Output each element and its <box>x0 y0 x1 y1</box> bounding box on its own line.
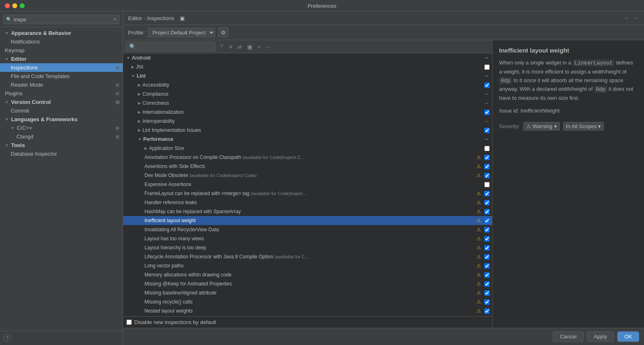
profile-gear-button[interactable]: ⚙ <box>218 28 228 37</box>
sidebar-item-label: Notifications <box>11 39 40 45</box>
sidebar-item-label: C/C++ <box>17 125 32 131</box>
sidebar-item-version-control[interactable]: ▼ Version Control ▣ <box>0 98 123 106</box>
settings-icon: ▣ <box>115 65 119 70</box>
inspection-checkbox[interactable] <box>484 155 490 160</box>
maximize-button[interactable] <box>20 3 25 8</box>
list-item[interactable]: ▼ Performance − <box>123 135 492 144</box>
list-item[interactable]: Inefficient layout weight ⚠ <box>123 216 492 225</box>
sidebar-item-appearance[interactable]: ▼ Appearance & Behavior <box>0 29 123 37</box>
search-wrap[interactable]: 🔍 ✕ <box>3 15 119 24</box>
inspection-checkbox[interactable] <box>484 272 490 278</box>
list-item[interactable]: Dev Mode Obsolete (available for Code|In… <box>123 171 492 180</box>
sidebar-item-cpp[interactable]: ▼ C/C++ ▣ <box>0 124 123 132</box>
list-item[interactable]: Annotation Processor on Compile Classpat… <box>123 153 492 162</box>
list-item[interactable]: ▶ JNI <box>123 62 492 71</box>
list-item[interactable]: Handler reference leaks ⚠ <box>123 198 492 207</box>
inspection-checkbox[interactable] <box>484 110 490 115</box>
list-item[interactable]: Missing @Keep for Animated Properties ⚠ <box>123 279 492 288</box>
inspection-checkbox[interactable] <box>484 164 490 169</box>
inspection-checkbox[interactable] <box>484 254 490 260</box>
add-button[interactable]: + <box>256 43 262 51</box>
sidebar-item-tools[interactable]: ▼ Tools <box>0 141 123 150</box>
expand-collapse-button[interactable]: ⇄ <box>236 43 244 51</box>
list-item[interactable]: ▶ Lint Implementation Issues <box>123 126 492 135</box>
sidebar-item-clangd[interactable]: Clangd ▣ <box>0 132 123 141</box>
breadcrumb-settings-icon[interactable]: ▣ <box>180 15 185 21</box>
sort-button[interactable]: ≡ <box>227 43 234 51</box>
sidebar-item-notifications[interactable]: Notifications <box>0 37 123 46</box>
sidebar-item-languages[interactable]: ▼ Languages & Frameworks <box>0 115 123 124</box>
severity-select[interactable]: ⚠ Warning ▾ <box>523 122 560 131</box>
group-button[interactable]: ▣ <box>245 43 254 51</box>
inspection-checkbox[interactable] <box>484 227 490 232</box>
list-item[interactable]: Lifecycle Annotation Processor with Java… <box>123 252 492 261</box>
inspection-checkbox[interactable] <box>484 209 490 214</box>
list-item[interactable]: ▶ Correctness − <box>123 99 492 108</box>
nav-forward-button[interactable]: → <box>633 15 639 21</box>
profile-select[interactable]: Project Default Project Default <box>148 28 215 37</box>
sidebar-item-label: Inspections <box>11 64 38 71</box>
list-item[interactable]: Memory allocations within drawing code ⚠ <box>123 270 492 279</box>
inspection-checkbox[interactable] <box>484 299 490 305</box>
inspection-checkbox[interactable] <box>484 308 490 314</box>
list-item[interactable]: ▶ Interoperability − <box>123 117 492 126</box>
filter-button[interactable]: ⊤ <box>218 43 226 51</box>
list-item[interactable]: ▼ Android − <box>123 53 492 62</box>
sidebar-item-commit[interactable]: Commit <box>0 106 123 115</box>
sidebar-item-keymap[interactable]: Keymap <box>0 46 123 55</box>
inspection-checkbox[interactable] <box>484 281 490 287</box>
inspection-checkbox[interactable] <box>484 236 490 242</box>
minimize-button[interactable] <box>12 3 17 8</box>
sidebar-item-reader-mode[interactable]: Reader Mode ▣ <box>0 80 123 89</box>
inspections-search-input[interactable] <box>126 42 216 51</box>
breadcrumb-editor: Editor <box>128 15 142 21</box>
inspection-checkbox[interactable] <box>484 191 490 196</box>
sidebar-item-inspections[interactable]: Inspections ▣ <box>0 63 123 72</box>
list-item[interactable]: Invalidating All RecyclerView Data ⚠ <box>123 225 492 234</box>
sidebar-item-file-code-templates[interactable]: File and Code Templates <box>0 72 123 80</box>
clear-search-icon[interactable]: ✕ <box>113 17 117 22</box>
search-input[interactable] <box>14 16 111 23</box>
nav-back-button[interactable]: ← <box>624 15 630 21</box>
cancel-button[interactable]: Cancel <box>553 331 583 342</box>
sidebar-item-database-inspector[interactable]: Database Inspector <box>0 150 123 158</box>
scope-select[interactable]: In All Scopes ▾ <box>563 122 604 131</box>
inspection-checkbox[interactable] <box>484 200 490 205</box>
list-item[interactable]: HashMap can be replaced with SparseArray… <box>123 207 492 216</box>
list-item[interactable]: Nested layout weights ⚠ <box>123 306 492 315</box>
severity-value: Warning <box>533 123 552 129</box>
list-item[interactable]: FrameLayout can be replaced with <merge>… <box>123 189 492 198</box>
list-item[interactable]: Assertions with Side Effects ⚠ <box>123 162 492 171</box>
inspection-checkbox[interactable] <box>484 263 490 269</box>
list-item[interactable]: ▶ Accessibility <box>123 80 492 90</box>
close-button[interactable] <box>5 3 10 8</box>
inspection-checkbox[interactable] <box>484 128 490 133</box>
list-item[interactable]: ▼ Lint − <box>123 71 492 80</box>
split-area: ⊤ ≡ ⇄ ▣ + − ▼ Android − <box>123 40 644 328</box>
disable-inspections-checkbox[interactable] <box>126 320 132 325</box>
help-button[interactable]: ? <box>3 334 11 342</box>
list-item[interactable]: Layout hierarchy is too deep ⚠ <box>123 243 492 252</box>
inspection-checkbox[interactable] <box>484 83 490 88</box>
sidebar-item-plugins[interactable]: Plugins ▣ <box>0 89 123 98</box>
list-item[interactable]: ▶ Internationalization <box>123 108 492 117</box>
list-item[interactable]: Missing recycle() calls ⚠ <box>123 297 492 306</box>
inspection-checkbox[interactable] <box>484 245 490 251</box>
list-item[interactable]: Layout has too many views ⚠ <box>123 234 492 243</box>
list-item[interactable]: ▶ Application Size <box>123 144 492 153</box>
inspection-checkbox[interactable] <box>484 290 490 296</box>
inspection-checkbox[interactable] <box>484 218 490 223</box>
remove-button[interactable]: − <box>264 43 270 51</box>
list-item[interactable]: ▶ Compliance − <box>123 90 492 99</box>
inspection-checkbox[interactable] <box>484 173 490 178</box>
inspection-checkbox[interactable] <box>484 64 490 70</box>
ok-button[interactable]: OK <box>617 331 639 342</box>
list-item[interactable]: Missing baselineAligned attribute ⚠ <box>123 288 492 297</box>
apply-button[interactable]: Apply <box>587 331 614 342</box>
list-item[interactable]: Long vector paths ⚠ <box>123 261 492 270</box>
sidebar-item-editor[interactable]: ▼ Editor <box>0 55 123 63</box>
list-item[interactable]: Expensive Assertions <box>123 180 492 189</box>
inspection-checkbox[interactable] <box>484 146 490 151</box>
expand-icon: ▼ <box>5 100 9 104</box>
inspection-checkbox[interactable] <box>484 182 490 187</box>
